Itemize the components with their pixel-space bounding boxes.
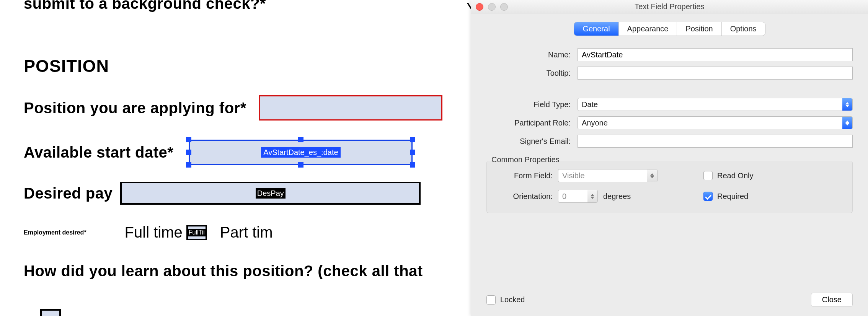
checkbox-full-time[interactable]: FullTii [186,225,207,240]
label-how-learn: How did you learn about this position? (… [24,262,447,280]
checkbox-fragment[interactable] [40,309,61,316]
resize-handle[interactable] [186,162,191,168]
label-signers-email: Signer's Email: [486,137,571,146]
label-name: Name: [486,50,571,59]
label-form-field: Form Field: [497,171,553,180]
form-field-desired-pay[interactable]: DesPay [120,182,421,205]
select-orientation-value: 0 [562,192,566,201]
field-tag-start-date: AvStartDate_es_:date [261,147,340,158]
resize-handle[interactable] [410,150,415,155]
resize-handle[interactable] [186,137,191,142]
label-read-only: Read Only [717,171,754,180]
field-tag-desired-pay: DesPay [256,188,286,199]
select-participant-role-value: Anyone [582,119,608,127]
input-signers-email[interactable] [578,135,853,148]
row-start-date: Available start date* AvStartDate_es_:da… [24,140,447,165]
select-orientation[interactable]: 0 [558,190,598,203]
label-locked: Locked [500,295,525,304]
field-tag-full-time: FullTii [188,229,206,236]
pdf-document: submit to a background check?* Y POSITIO… [0,0,471,316]
tab-general[interactable]: General [574,22,618,36]
window-controls [476,3,508,11]
tab-bar: General Appearance Position Options [574,22,765,36]
label-desired-pay: Desired pay [24,185,113,202]
option-full-time: Full time [125,224,183,241]
select-field-type-value: Date [582,100,598,109]
select-field-type[interactable]: Date [578,98,853,111]
checkbox-required[interactable] [703,192,713,201]
common-properties-section: Common Properties Form Field: Visible Re… [486,161,853,213]
label-start-date: Available start date* [24,144,173,161]
form-field-position[interactable] [259,95,442,121]
resize-handle[interactable] [298,162,303,168]
label-orientation: Orientation: [497,192,553,201]
chevron-updown-icon [587,190,597,202]
input-name[interactable] [578,48,853,61]
label-required: Required [717,192,748,201]
label-employment: Employment desired* [24,229,86,236]
resize-handle[interactable] [298,137,303,142]
resize-handle[interactable] [410,137,415,142]
chevron-updown-icon [647,169,657,182]
form-field-start-date[interactable]: AvStartDate_es_:date [189,140,413,165]
select-form-field-value: Visible [562,171,585,180]
select-form-field[interactable]: Visible [558,169,658,182]
close-button[interactable]: Close [811,293,853,307]
properties-panel: Text Field Properties General Appearance… [471,0,868,316]
cutoff-checkboxes [40,309,199,316]
label-field-type: Field Type: [486,100,571,109]
label-degrees: degrees [603,192,631,201]
checkbox-locked[interactable] [486,295,496,305]
label-tooltip: Tooltip: [486,69,571,78]
tab-options[interactable]: Options [722,22,765,36]
option-part-time: Part tim [220,224,273,241]
question-background-check: submit to a background check?* [24,0,447,12]
label-participant-role: Participant Role: [486,119,571,127]
resize-handle[interactable] [186,150,191,155]
window-title: Text Field Properties [635,2,704,11]
checkbox-read-only[interactable] [703,171,713,180]
row-desired-pay: Desired pay DesPay [24,182,447,205]
tab-position[interactable]: Position [677,22,721,36]
minimize-window-icon [488,3,496,11]
section-title-common-properties: Common Properties [491,155,560,164]
input-tooltip[interactable] [578,67,853,80]
row-employment: Employment desired* Full time FullTii Pa… [24,224,447,241]
section-heading-position: POSITION [24,56,447,76]
close-window-icon[interactable] [476,3,483,11]
tab-appearance[interactable]: Appearance [619,22,677,36]
panel-footer: Locked Close [471,293,868,316]
window-titlebar[interactable]: Text Field Properties [471,0,868,13]
select-participant-role[interactable]: Anyone [578,116,853,129]
general-form: Name: Tooltip: Field Type: Date Particip… [471,41,868,293]
resize-handle[interactable] [410,162,415,168]
row-position: Position you are applying for* [24,95,447,121]
chevron-updown-icon [842,117,852,129]
chevron-updown-icon [842,98,852,111]
label-position: Position you are applying for* [24,99,246,117]
zoom-window-icon [500,3,508,11]
